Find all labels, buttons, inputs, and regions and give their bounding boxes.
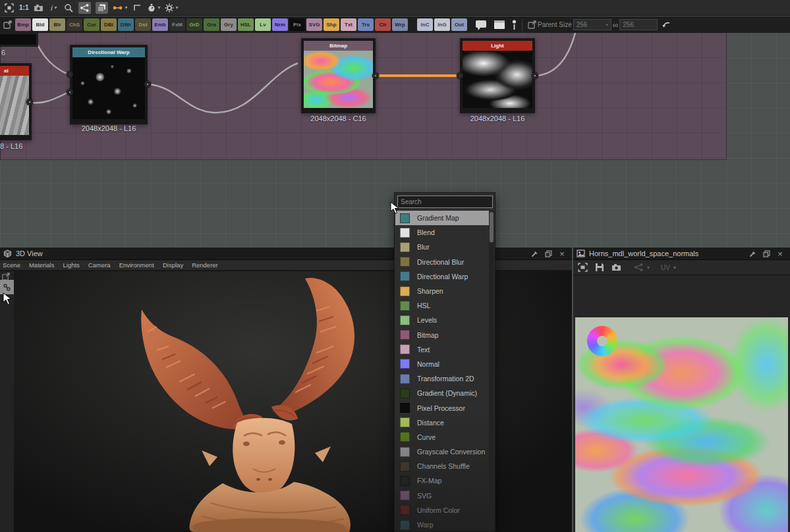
node-input-connector[interactable]: [67, 71, 73, 78]
info-dropdown-button[interactable]: i▾: [48, 2, 59, 14]
expose-size-icon[interactable]: [528, 20, 536, 29]
graph-node-light[interactable]: Light: [460, 38, 535, 113]
node-type-option[interactable]: Warp: [395, 518, 490, 531]
node-type-button[interactable]: ChS: [67, 18, 82, 31]
panel-tool-icon[interactable]: [748, 250, 756, 257]
node-output-connector[interactable]: [26, 99, 33, 105]
menu-item[interactable]: Scene: [3, 261, 20, 269]
node-type-button[interactable]: Bmp: [15, 18, 31, 31]
parent-size-height-field[interactable]: 256: [619, 19, 658, 30]
node-type-button[interactable]: Pix: [289, 18, 305, 31]
external-link-icon[interactable]: [3, 20, 12, 29]
node-type-option[interactable]: Text: [395, 342, 490, 357]
node-type-option[interactable]: HSL: [395, 298, 490, 313]
node-type-button[interactable]: SVG: [306, 18, 322, 31]
connection-style-dropdown[interactable]: ▾: [113, 2, 127, 14]
node-type-button[interactable]: DWr: [118, 18, 134, 31]
link-graph-icon[interactable]: [634, 263, 644, 272]
graph-node-directional-warp[interactable]: Directional Warp: [70, 45, 148, 124]
graph-node-bitmap[interactable]: Bitmap: [301, 38, 376, 113]
parent-size-width-field[interactable]: 256: [573, 19, 611, 30]
node-type-option[interactable]: Sharpen: [395, 284, 490, 298]
normal-map-image[interactable]: [575, 317, 788, 532]
node-type-option[interactable]: Directional Blur: [395, 255, 490, 269]
panel-float-icon[interactable]: [762, 250, 770, 257]
node-type-button[interactable]: InG: [434, 18, 450, 31]
timer-icon[interactable]: ▾: [147, 2, 160, 14]
elbow-link-icon[interactable]: [132, 2, 142, 14]
node-type-button[interactable]: Nrm: [272, 18, 288, 31]
caret-down-icon[interactable]: ▾: [673, 265, 676, 271]
scrollbar-thumb[interactable]: [490, 212, 494, 242]
node-output-connector[interactable]: [372, 72, 379, 79]
node-type-option[interactable]: FX-Map: [395, 473, 490, 488]
menu-item[interactable]: Environment: [119, 261, 154, 269]
camera-capture-icon[interactable]: [611, 263, 621, 271]
node-type-option[interactable]: Transformation 2D: [395, 371, 490, 386]
node-type-button[interactable]: Gry: [221, 18, 237, 31]
menu-item[interactable]: Display: [163, 261, 183, 269]
node-type-option[interactable]: Directional Warp: [395, 269, 490, 284]
fit-view-icon[interactable]: [578, 263, 588, 272]
comment-bubble-icon[interactable]: [475, 20, 487, 30]
node-input-connector[interactable]: [67, 89, 73, 95]
node-type-button[interactable]: Trs: [358, 18, 374, 31]
menu-item[interactable]: Materials: [29, 261, 55, 269]
node-type-option[interactable]: Gradient (Dynamic): [395, 386, 490, 400]
node-output-connector[interactable]: [144, 81, 151, 88]
node-type-option[interactable]: Normal: [395, 357, 490, 371]
node-type-button[interactable]: Bld: [32, 18, 48, 31]
node-type-option[interactable]: SVG: [395, 489, 490, 503]
node-type-option[interactable]: Pixel Processor: [395, 400, 490, 415]
node-type-button[interactable]: HSL: [238, 18, 254, 31]
node-input-connector[interactable]: [457, 72, 463, 79]
node-type-button[interactable]: Txt: [341, 18, 356, 31]
node-type-option[interactable]: Curve: [395, 430, 490, 444]
node-type-button[interactable]: Emb: [152, 18, 168, 31]
node-type-option[interactable]: Distance: [395, 415, 490, 430]
node-type-button[interactable]: Blr: [49, 18, 65, 31]
search-zoom-icon[interactable]: [63, 2, 74, 14]
node-type-option[interactable]: Gradient Map: [395, 211, 490, 225]
node-type-button[interactable]: Dst: [135, 18, 151, 31]
dropdown-scrollbar[interactable]: [489, 211, 494, 531]
node-type-button[interactable]: GrD: [186, 18, 202, 31]
node-type-option[interactable]: Grayscale Conversion: [395, 444, 490, 459]
node-type-option[interactable]: Bitmap: [395, 328, 490, 342]
graph-link-mode-button[interactable]: [78, 2, 91, 14]
node-type-option[interactable]: Blur: [395, 240, 490, 254]
node-type-button[interactable]: Gra: [204, 18, 219, 31]
node-type-option[interactable]: Levels: [395, 313, 490, 327]
panel-2d-titlebar[interactable]: Horns_mdl_world_space_normals ×: [573, 248, 790, 260]
uv-mode-button[interactable]: UV: [661, 264, 670, 271]
node-output-connector[interactable]: [532, 72, 538, 79]
layers-mode-button[interactable]: [96, 2, 108, 14]
frame-icon[interactable]: [494, 20, 505, 30]
zoom-1to1-button[interactable]: 1:1: [19, 4, 28, 11]
settings-gear-icon[interactable]: ▾: [165, 2, 178, 14]
node-type-button[interactable]: Shp: [324, 18, 339, 31]
panel-close-icon[interactable]: ×: [776, 250, 784, 257]
node-type-button[interactable]: Out: [451, 18, 467, 31]
node-type-button[interactable]: FxM: [169, 18, 185, 31]
node-type-option[interactable]: Uniform Color: [395, 503, 490, 518]
node-type-button[interactable]: Lv: [255, 18, 271, 31]
marquee-select-icon[interactable]: [4, 2, 14, 14]
node-type-option[interactable]: Channels Shuffle: [395, 459, 490, 473]
save-image-icon[interactable]: [595, 263, 604, 272]
menu-item[interactable]: Renderer: [192, 261, 218, 269]
pin-icon[interactable]: [512, 20, 517, 30]
undo-size-icon[interactable]: [662, 20, 671, 29]
node-type-button[interactable]: DBl: [101, 18, 117, 31]
node-type-button[interactable]: Clr: [375, 18, 391, 31]
panel-float-icon[interactable]: [544, 250, 552, 257]
camera-capture-icon[interactable]: [33, 2, 43, 14]
size-link-icon[interactable]: ∞: [613, 20, 619, 30]
node-type-option[interactable]: Blend: [395, 225, 490, 240]
panel-tool-icon[interactable]: [530, 250, 538, 257]
menu-item[interactable]: Camera: [88, 261, 111, 269]
node-type-button[interactable]: InC: [417, 18, 433, 31]
caret-down-icon[interactable]: ▾: [647, 265, 650, 271]
panel-close-icon[interactable]: ×: [558, 250, 566, 257]
node-type-button[interactable]: Cur: [84, 18, 99, 31]
